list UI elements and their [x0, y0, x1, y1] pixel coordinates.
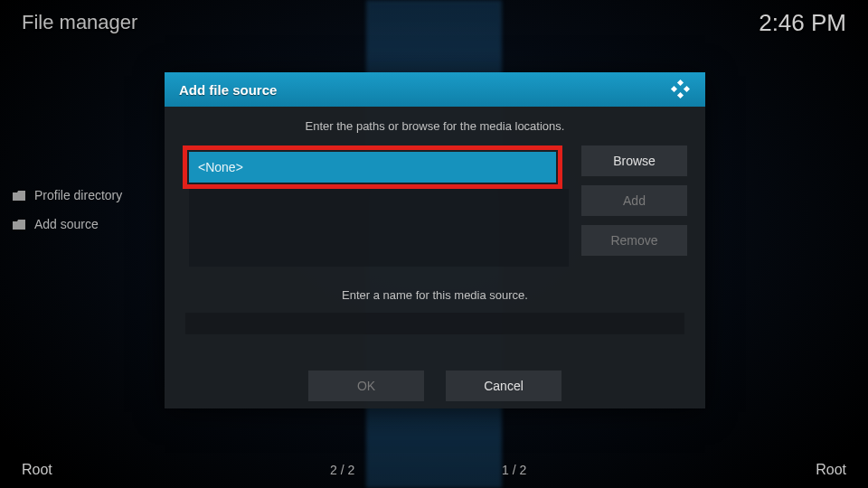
footer-right-root: Root — [816, 462, 846, 478]
kodi-logo-icon — [669, 79, 691, 100]
footer-right-pager: 1 / 2 — [502, 463, 526, 477]
svg-rect-3 — [677, 92, 684, 99]
dialog-body: Enter the paths or browse for the media … — [165, 107, 705, 408]
header-bar: File manager 2:46 PM — [0, 0, 868, 45]
footer-left-root: Root — [22, 462, 52, 478]
clock: 2:46 PM — [759, 9, 846, 37]
add-file-source-dialog: Add file source Enter the paths or brows… — [165, 72, 705, 408]
svg-rect-1 — [671, 86, 677, 92]
dialog-action-buttons: OK Cancel — [183, 371, 687, 401]
cancel-button[interactable]: Cancel — [446, 371, 561, 401]
ok-button[interactable]: OK — [308, 371, 424, 401]
sidebar-item-label: Add source — [34, 217, 99, 231]
browse-button[interactable]: Browse — [581, 145, 687, 176]
path-input-highlight: <None> — [183, 145, 562, 189]
footer-left-pager: 2 / 2 — [330, 463, 354, 477]
dialog-header: Add file source — [165, 72, 705, 107]
remove-button[interactable]: Remove — [581, 225, 687, 256]
folder-icon — [13, 191, 25, 201]
path-input[interactable]: <None> — [189, 152, 556, 183]
path-side-buttons: Browse Add Remove — [581, 145, 687, 256]
svg-rect-2 — [684, 86, 690, 92]
sidebar-item-profile-directory[interactable]: Profile directory — [0, 181, 163, 210]
paths-instruction-text: Enter the paths or browse for the media … — [183, 119, 687, 133]
path-row: <None> Browse Add Remove — [183, 145, 687, 267]
sidebar-item-add-source[interactable]: Add source — [0, 210, 163, 239]
folder-icon — [13, 220, 25, 230]
name-instruction-text: Enter a name for this media source. — [183, 288, 687, 302]
page-title: File manager — [22, 11, 137, 34]
left-sidebar: Profile directory Add source — [0, 181, 163, 239]
svg-rect-0 — [677, 80, 684, 86]
sidebar-item-label: Profile directory — [34, 188, 122, 202]
add-button[interactable]: Add — [581, 185, 687, 216]
dialog-title: Add file source — [179, 82, 277, 98]
source-name-input[interactable] — [185, 313, 684, 334]
footer-bar: Root 2 / 2 1 / 2 Root — [0, 452, 868, 488]
path-list-area[interactable] — [189, 189, 569, 267]
